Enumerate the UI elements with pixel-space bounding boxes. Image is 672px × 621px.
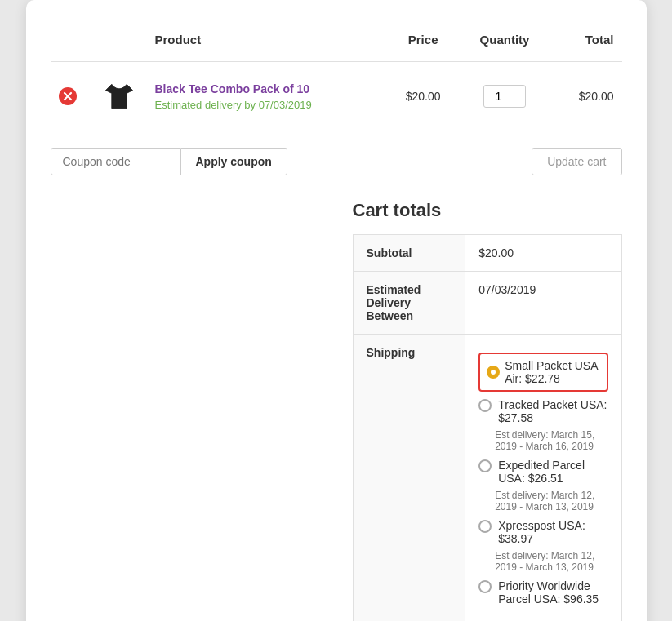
col-remove-header (51, 24, 91, 62)
shipping-option-4-label: Xpresspost USA: $38.97 (498, 519, 607, 545)
product-image-cell (91, 62, 147, 131)
shipping-option-4-est: Est delivery: March 12, 2019 - March 13,… (495, 550, 607, 573)
shipping-option-3-label: Expedited Parcel USA: $26.51 (498, 459, 607, 485)
coupon-row: Apply coupon Update cart (51, 148, 622, 175)
cart-card: Product Price Quantity Total (26, 0, 647, 621)
remove-icon (59, 87, 77, 105)
col-qty-header: Quantity (459, 24, 550, 62)
radio-unselected-icon-4 (478, 520, 492, 533)
remove-cell (51, 62, 91, 131)
shipping-option-3: Expedited Parcel USA: $26.51 Est deliver… (478, 459, 607, 512)
shipping-option-2: Tracked Packet USA: $27.58 Est delivery:… (478, 398, 607, 452)
shipping-row: Shipping Small Packet USA Air: $22.78 (353, 335, 621, 622)
remove-item-button[interactable] (59, 87, 77, 105)
col-image-header (91, 24, 147, 62)
coupon-form: Apply coupon (51, 148, 287, 175)
shipping-option-1: Small Packet USA Air: $22.78 (478, 346, 607, 398)
delivery-label: Estimated Delivery Between (353, 272, 465, 335)
shipping-option-1-label: Small Packet USA Air: $22.78 (505, 359, 599, 385)
cart-totals-section: Cart totals Subtotal $20.00 Estimated De… (353, 200, 622, 621)
product-delivery: Estimated delivery by 07/03/2019 (155, 99, 380, 111)
shipping-option-2-label: Tracked Packet USA: $27.58 (498, 398, 607, 424)
quantity-input[interactable] (483, 85, 526, 108)
product-total-cell: $20.00 (550, 62, 621, 131)
update-cart-button[interactable]: Update cart (532, 148, 621, 175)
coupon-input[interactable] (51, 148, 181, 175)
col-total-header: Total (550, 24, 621, 62)
shipping-option-4: Xpresspost USA: $38.97 Est delivery: Mar… (478, 519, 607, 573)
subtotal-label: Subtotal (353, 235, 465, 272)
delivery-row: Estimated Delivery Between 07/03/2019 (353, 272, 621, 335)
shipping-options-cell: Small Packet USA Air: $22.78 Tracked Pac… (465, 335, 621, 622)
delivery-value: 07/03/2019 (465, 272, 621, 335)
tshirt-icon (101, 78, 137, 114)
cart-table: Product Price Quantity Total (51, 24, 622, 131)
product-image (100, 77, 139, 116)
col-price-header: Price (387, 24, 458, 62)
product-name: Black Tee Combo Pack of 10 (155, 82, 380, 95)
product-price-cell: $20.00 (387, 62, 458, 131)
shipping-highlighted-box: Small Packet USA Air: $22.78 (478, 353, 607, 392)
col-product-header: Product (147, 24, 388, 62)
shipping-option-2-est: Est delivery: March 15, 2019 - March 16,… (495, 429, 607, 452)
shipping-label: Shipping (353, 335, 465, 622)
product-qty-cell (459, 62, 550, 131)
radio-unselected-icon-3 (478, 459, 492, 472)
cart-totals-title: Cart totals (353, 200, 622, 221)
radio-unselected-icon-2 (478, 399, 492, 412)
apply-coupon-button[interactable]: Apply coupon (181, 148, 287, 175)
table-row: Black Tee Combo Pack of 10 Estimated del… (51, 62, 622, 131)
subtotal-row: Subtotal $20.00 (353, 235, 621, 272)
shipping-option-5-label: Priority Worldwide Parcel USA: $96.35 (498, 579, 607, 605)
shipping-option-5: Priority Worldwide Parcel USA: $96.35 (478, 579, 607, 605)
radio-selected-icon (487, 366, 500, 379)
totals-table: Subtotal $20.00 Estimated Delivery Betwe… (353, 234, 622, 621)
product-info-cell: Black Tee Combo Pack of 10 Estimated del… (147, 62, 388, 131)
radio-unselected-icon-5 (478, 580, 492, 593)
shipping-option-3-est: Est delivery: March 12, 2019 - March 13,… (495, 490, 607, 512)
subtotal-value: $20.00 (465, 235, 621, 272)
